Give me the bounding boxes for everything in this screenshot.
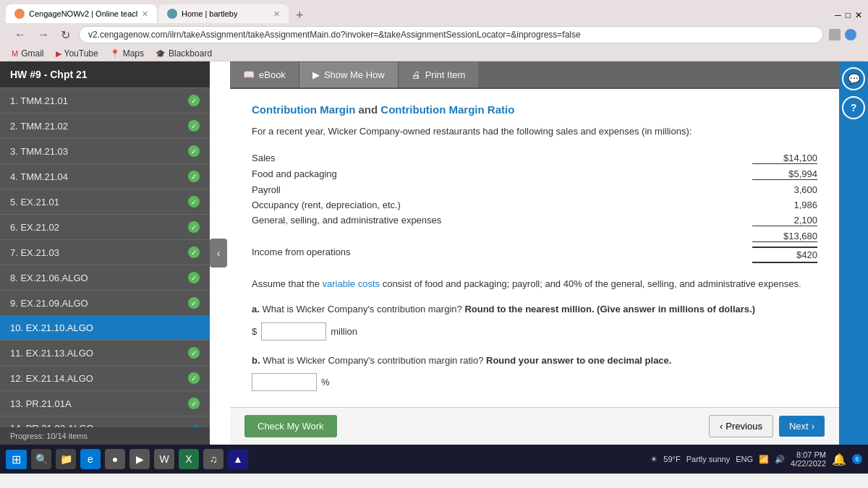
start-button[interactable]: ⊞ [6,450,27,469]
question-b-letter: b. [252,355,260,366]
taskbar-excel-icon[interactable]: X [179,449,199,469]
taskbar-search-icon[interactable]: 🔍 [31,449,51,469]
sidebar-item-4[interactable]: 4. TMM.21.04✓ [0,164,210,189]
gmail-icon: M [12,49,18,58]
question-a-input[interactable] [261,322,326,341]
question-b-text: b. What is Wicker Company's contribution… [252,354,817,368]
tab-close-bartleby[interactable]: ✕ [273,9,280,19]
show-me-how-icon: ▶ [312,69,320,80]
browser-chrome: CengageNOWv2 | Online teachin ✕ Home | b… [0,0,868,61]
tab-bartleby[interactable]: Home | bartleby ✕ [158,4,289,23]
sidebar-item-14[interactable]: 14. PR.21.02.ALGO [0,416,210,427]
sidebar-item-2[interactable]: 2. TMM.21.02✓ [0,114,210,139]
sidebar-check-icon-1: ✓ [188,95,200,106]
sidebar-collapse-button[interactable]: ‹ [210,239,227,267]
sidebar-item-1[interactable]: 1. TMM.21.01✓ [0,88,210,114]
table-row-general: General, selling, and administrative exp… [252,213,817,228]
taskbar-app1-icon[interactable]: ● [105,449,125,469]
taskbar-weather: ☀ [650,455,658,464]
sidebar-item-12[interactable]: 12. EX.21.14.ALGO✓ [0,366,210,391]
sidebar-item-11[interactable]: 11. EX.21.13.ALGO✓ [0,341,210,366]
taskbar-files-icon[interactable]: 📁 [56,449,76,469]
taskbar-app3-icon[interactable]: W [154,449,174,469]
minimize-button[interactable]: ─ [835,10,841,20]
table-row-subtotal: $13,680 [252,228,817,244]
bookmark-gmail[interactable]: M Gmail [12,48,44,59]
sidebar-item-10[interactable]: 10. EX.21.10.ALGO [0,316,210,341]
profile-icon[interactable] [845,29,856,40]
sidebar-item-label-11: 11. EX.21.13.ALGO [10,348,93,359]
show-me-how-button[interactable]: ▶ Show Me How [299,62,398,87]
address-input[interactable] [79,26,823,43]
taskbar-time-display: 8:07 PM 4/22/2022 [791,450,826,468]
table-row-food: Food and packaging $5,994 [252,166,817,182]
sidebar-item-5[interactable]: 5. EX.21.01✓ [0,189,210,215]
maximize-button[interactable]: □ [846,10,851,20]
question-b-answer-row: % [252,373,817,391]
sidebar-item-label-6: 6. EX.21.02 [10,222,59,233]
tab-close-cengage[interactable]: ✕ [142,9,148,19]
tab-icon-bartleby [167,9,177,19]
question-a-block: a. What is Wicker Company's contribution… [252,302,817,341]
question-a-answer-row: $ million [252,322,817,341]
prev-chevron-icon: ‹ [720,421,723,432]
taskbar-edge-icon[interactable]: e [80,449,101,469]
back-button[interactable]: ← [12,27,29,43]
content-area: 📖 eBook ▶ Show Me How 🖨 Print Item Contr… [230,61,839,445]
sidebar: HW #9 - Chpt 21 1. TMM.21.01✓2. TMM.21.0… [0,61,210,445]
close-window-button[interactable]: ✕ [855,10,862,20]
row-value-payroll: 3,600 [752,184,817,195]
row-label-income: Income from operations [252,247,351,263]
sidebar-item-7[interactable]: 7. EX.21.03✓ [0,240,210,265]
reload-button[interactable]: ↻ [58,27,73,43]
bookmark-blackboard[interactable]: 🎓 Blackboard [156,48,212,59]
sidebar-item-9[interactable]: 9. EX.21.09.ALGO✓ [0,291,210,316]
ebook-button[interactable]: 📖 eBook [230,62,299,87]
bookmark-youtube-label: YouTube [64,48,98,59]
forward-button[interactable]: → [35,27,52,43]
next-button[interactable]: Next › [779,416,825,437]
sidebar-check-icon-11: ✓ [188,347,200,359]
extension-icon-1[interactable] [829,29,841,40]
sidebar-item-label-7: 7. EX.21.03 [10,247,59,258]
table-row-income: Income from operations $420 [252,244,817,265]
taskbar-app4-icon[interactable]: ♫ [203,449,224,469]
taskbar-temp: 59°F [663,455,680,463]
tab-cengage[interactable]: CengageNOWv2 | Online teachin ✕ [6,4,157,23]
progress-label: Progress: 10/14 items [10,432,88,440]
row-label-general: General, selling, and administrative exp… [252,215,441,226]
taskbar-app2-icon[interactable]: ▶ [129,449,150,469]
print-item-button[interactable]: 🖨 Print Item [399,62,479,87]
question-b-suffix: % [321,377,330,388]
row-value-food: $5,994 [752,168,817,180]
sidebar-item-6[interactable]: 6. EX.21.02✓ [0,215,210,240]
sidebar-item-label-3: 3. TMM.21.03 [10,146,68,157]
content-toolbar: 📖 eBook ▶ Show Me How 🖨 Print Item [230,61,839,89]
sidebar-item-label-10: 10. EX.21.10.ALGO [10,322,93,333]
new-tab-button[interactable]: + [290,8,310,23]
bookmark-maps[interactable]: 📍 Maps [110,48,144,59]
sidebar-check-icon-4: ✓ [188,171,200,182]
row-value-general: 2,100 [752,215,817,226]
check-work-button[interactable]: Check My Work [244,415,337,437]
question-b-input[interactable] [252,373,317,391]
sidebar-item-13[interactable]: 13. PR.21.01A✓ [0,391,210,416]
print-item-label: Print Item [425,69,466,80]
tab-icon-cengage [14,9,25,19]
taskbar-notification-icon[interactable]: 🔔 [832,453,846,466]
row-label-occupancy: Occupancy (rent, depreciation, etc.) [252,200,401,210]
sidebar-check-icon-13: ✓ [188,398,200,409]
chat-help-icon[interactable]: 💬 [842,67,865,90]
question-a-suffix: million [331,326,357,337]
previous-button[interactable]: ‹ Previous [709,415,773,437]
maps-icon: 📍 [110,49,120,59]
bookmark-youtube[interactable]: ▶ YouTube [56,48,98,59]
sidebar-item-8[interactable]: 8. EX.21.06.ALGO✓ [0,265,210,291]
question-help-icon[interactable]: ? [842,96,865,119]
sidebar-check-icon-7: ✓ [188,247,200,258]
blackboard-icon: 🎓 [156,49,166,59]
sidebar-item-3[interactable]: 3. TMM.21.03✓ [0,139,210,164]
sidebar-item-label-1: 1. TMM.21.01 [10,95,68,106]
taskbar-app5-icon[interactable]: ▲ [228,449,248,469]
content-title: Contribution Margin and Contribution Mar… [252,103,817,116]
